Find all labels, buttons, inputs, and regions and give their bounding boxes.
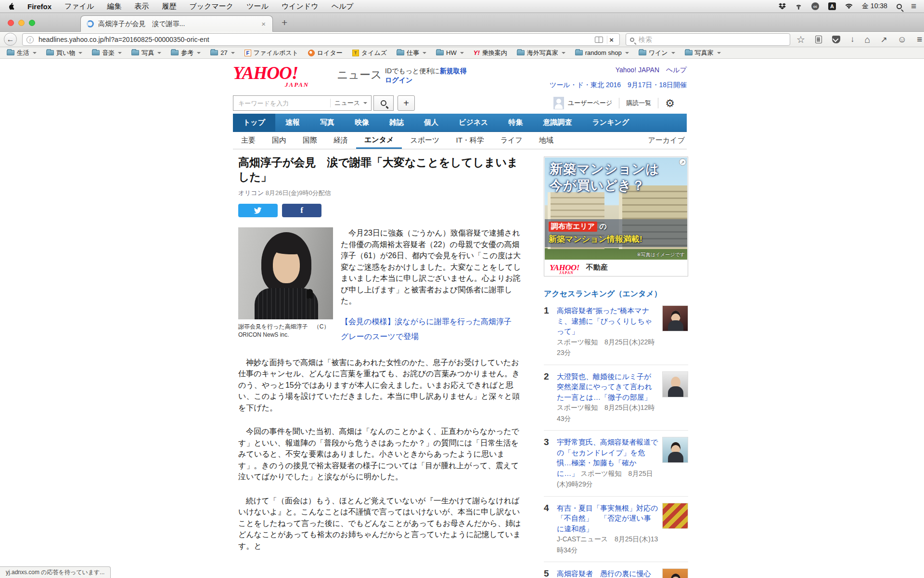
bookmark-transit[interactable]: Y!乗換案内	[474, 49, 507, 57]
keyword-input[interactable]	[237, 99, 327, 107]
pocket-icon[interactable]	[832, 36, 840, 43]
register-link[interactable]: 新規取得	[440, 67, 467, 75]
nav-sokuhou[interactable]: 速報	[275, 114, 310, 131]
ad-info-icon[interactable]: ↗	[679, 158, 686, 166]
ranking-link[interactable]: 大澄賢也、離婚後にルミ子が突然楽屋にやってきて言われた一言とは…「徹子の部屋」	[557, 372, 652, 401]
nav-top[interactable]: トップ	[233, 114, 275, 131]
bookmark-folder-sankou[interactable]: 参考	[171, 49, 201, 57]
menu-view[interactable]: 表示	[134, 2, 149, 11]
ranking-link[interactable]: 有吉・夏目「事実無根」対応の「不自然」 「否定が遅い事に違和感」	[557, 504, 658, 533]
hotspot-icon[interactable]	[795, 3, 802, 10]
nav-shashin[interactable]: 写真	[310, 114, 345, 131]
bookmark-folder-randomshop[interactable]: random shop	[575, 49, 629, 56]
subscriptions-link[interactable]: 購読一覧	[626, 99, 651, 107]
menu-window[interactable]: ウインドウ	[282, 2, 319, 11]
twitter-share-button[interactable]	[238, 204, 278, 217]
help-link[interactable]: ヘルプ	[666, 66, 687, 74]
keyword-search-box[interactable]: ニュース	[233, 95, 372, 111]
subnav-entame[interactable]: エンタメ	[356, 132, 402, 149]
home-icon[interactable]: ⌂	[864, 34, 870, 45]
nav-ishikichousa[interactable]: 意識調査	[533, 114, 582, 131]
window-zoom-button[interactable]	[29, 20, 35, 26]
article-photo[interactable]	[238, 227, 333, 319]
bookmark-folder-hw[interactable]: HW	[436, 49, 464, 56]
related-photo-link[interactable]: 【会見の模様】涙ながらに謝罪を行った高畑淳子 グレーのスーツで登場	[341, 314, 526, 344]
back-button[interactable]: ←	[4, 33, 17, 46]
menu-file[interactable]: ファイル	[64, 2, 94, 11]
promo-banner[interactable]: ツール・ド・東北 2016 9月17日・18日開催	[549, 81, 687, 90]
menu-tools[interactable]: ツール	[246, 2, 269, 11]
ad-banner[interactable]: 新築マンションは 今が買いどき？ 調布市エリア の 新築マンション情報満載! ※…	[544, 157, 688, 276]
bookmark-folder-27[interactable]: 27	[210, 49, 234, 56]
menu-help[interactable]: ヘルプ	[332, 2, 354, 11]
bookmark-folder-shashinka[interactable]: 写真家	[685, 49, 721, 57]
search-category-dropdown[interactable]: ニュース	[330, 99, 367, 107]
tab-close-icon[interactable]: ×	[260, 20, 267, 28]
nav-ranking[interactable]: ランキング	[582, 114, 639, 131]
subnav-it-kagaku[interactable]: IT・科学	[448, 132, 492, 149]
login-link[interactable]: ログイン	[385, 76, 412, 84]
site-info-icon[interactable]: i	[26, 36, 34, 43]
nav-zasshi[interactable]: 雑誌	[379, 114, 414, 131]
browser-search-input[interactable]	[638, 35, 786, 44]
ranking-item-2[interactable]: 2 大澄賢也、離婚後にルミ子が突然楽屋にやってきて言われた一言とは…「徹子の部屋…	[544, 365, 688, 431]
nav-eizou[interactable]: 映像	[345, 114, 379, 131]
feedback-smiley-icon[interactable]: ☺	[898, 34, 907, 45]
ranking-item-1[interactable]: 1 高畑容疑者"振った"橋本マナミ、逮捕に「びっくりしちゃって」スポーツ報知 8…	[544, 299, 688, 365]
window-minimize-button[interactable]	[18, 20, 25, 26]
bookmark-folder-ongaku[interactable]: 音楽	[92, 49, 122, 57]
menu-firefox[interactable]: Firefox	[27, 2, 51, 11]
stop-loading-icon[interactable]: ×	[607, 36, 616, 44]
bookmark-folder-wine[interactable]: ワイン	[639, 49, 675, 57]
subnav-life[interactable]: ライフ	[492, 132, 531, 149]
bookmark-folder-shigoto[interactable]: 仕事	[397, 49, 426, 57]
url-input[interactable]	[38, 35, 591, 44]
input-source-icon[interactable]: A	[828, 2, 836, 10]
menu-bookmarks[interactable]: ブックマーク	[189, 2, 233, 11]
subnav-chiiki[interactable]: 地域	[531, 132, 562, 149]
search-button[interactable]	[373, 95, 394, 111]
subnav-sports[interactable]: スポーツ	[402, 132, 448, 149]
url-bar[interactable]: i ×	[22, 33, 620, 46]
subnav-keizai[interactable]: 経済	[325, 132, 356, 149]
wifi-icon[interactable]	[845, 3, 853, 9]
ranking-item-4[interactable]: 4 有吉・夏目「事実無根」対応の「不自然」 「否定が遅い事に違和感」J-CAST…	[544, 497, 688, 563]
bookmark-folder-kaimono[interactable]: 買い物	[46, 49, 82, 57]
bookmark-star-icon[interactable]: ☆	[796, 34, 805, 45]
new-tab-button[interactable]: +	[282, 17, 287, 28]
window-close-button[interactable]	[8, 20, 14, 26]
ranking-link[interactable]: 高畑容疑者 愚行の裏に慢心 千原ジュニア「"俺やで"というのがあった」	[557, 569, 658, 578]
yahoo-logo[interactable]: YAHOO! JAPAN	[233, 63, 344, 88]
apple-icon[interactable]	[8, 2, 14, 10]
spotlight-icon[interactable]	[897, 4, 902, 9]
nav-business[interactable]: ビジネス	[449, 114, 498, 131]
bookmark-reuters[interactable]: ロイター	[308, 49, 343, 57]
dropbox-icon[interactable]	[779, 3, 786, 10]
gear-icon[interactable]: ⚙	[665, 97, 675, 109]
ranking-item-3[interactable]: 3 宇野常寛氏、高畑容疑者報道での「セカンドレイプ」を危惧…極楽・加藤も「確かに…	[544, 431, 688, 497]
nav-tokushuu[interactable]: 特集	[498, 114, 533, 131]
archive-link[interactable]: アーカイブ	[648, 132, 687, 149]
downloads-icon[interactable]: ↓	[850, 35, 855, 44]
notification-center-icon[interactable]: ≡	[911, 1, 916, 12]
browser-search-bar[interactable]	[626, 33, 790, 46]
bookmark-times[interactable]: Tタイムズ	[352, 49, 387, 57]
creative-cloud-icon[interactable]: cc	[811, 2, 819, 10]
user-page-link[interactable]: ユーザーページ	[568, 99, 612, 107]
menu-history[interactable]: 履歴	[162, 2, 176, 11]
bookmarks-menu-icon[interactable]	[815, 36, 822, 43]
nav-kojin[interactable]: 個人	[414, 114, 449, 131]
reader-mode-icon[interactable]	[595, 37, 603, 43]
bookmark-filepost[interactable]: Fファイルポスト	[244, 49, 298, 57]
yahoo-japan-link[interactable]: Yahoo! JAPAN	[616, 66, 659, 74]
menu-hamburger-icon[interactable]: ≡	[917, 34, 922, 45]
facebook-share-button[interactable]: f	[282, 204, 321, 217]
menu-edit[interactable]: 編集	[107, 2, 121, 11]
subnav-shuyou[interactable]: 主要	[233, 132, 264, 149]
bookmark-folder-seikatsu[interactable]: 生活	[7, 49, 37, 57]
ranking-item-5[interactable]: 5 高畑容疑者 愚行の裏に慢心 千原ジュニア「"俺やで"というのがあった」 スポ…	[544, 562, 688, 578]
add-tab-button[interactable]: +	[398, 95, 415, 111]
subnav-kokusai[interactable]: 国際	[295, 132, 325, 149]
menubar-clock[interactable]: 金 10:38	[862, 2, 887, 11]
article-source-link[interactable]: オリコン	[238, 189, 264, 197]
